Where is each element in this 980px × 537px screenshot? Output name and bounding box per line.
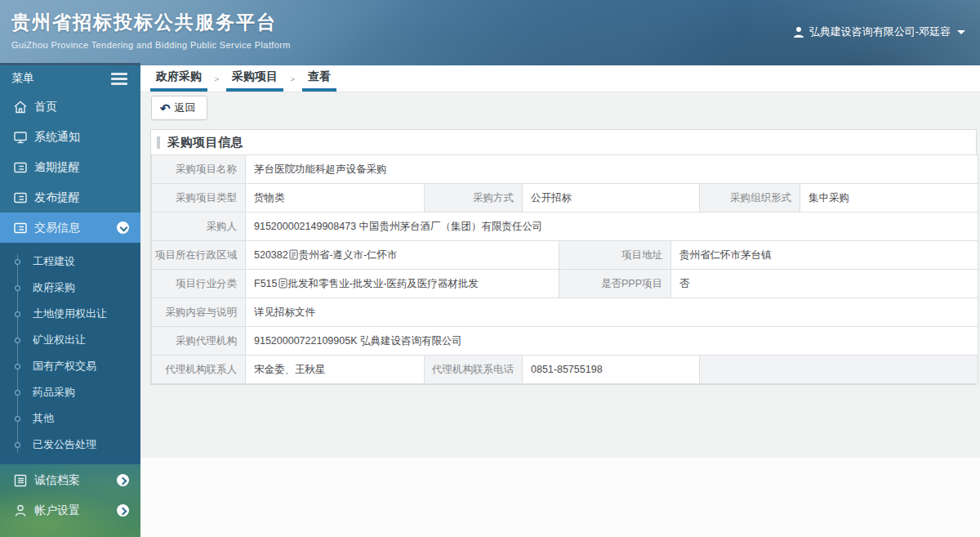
- table-row: 项目行业分类 F515批发和零售业-批发业-医药及医疗器材批发 是否PPP项目 …: [152, 270, 978, 298]
- sidebar-item-publish-reminder[interactable]: 发布提醒: [0, 182, 140, 213]
- agency-contact-value: 宋金委、王秋星: [246, 356, 425, 384]
- submenu-item-state-property[interactable]: 国有产权交易: [0, 353, 140, 379]
- submenu-item-mining-rights[interactable]: 矿业权出让: [0, 327, 140, 353]
- region-code: 520382: [254, 249, 288, 261]
- breadcrumb: 政府采购 ＞ 采购项目 ＞ 查看: [140, 65, 980, 92]
- sidebar-item-label: 首页: [34, 100, 129, 114]
- table-row: 代理机构联系人 宋金委、王秋星 代理机构联系电话 0851-85755198: [152, 356, 978, 384]
- document-small-icon: [278, 278, 287, 289]
- app-screen: 贵州省招标投标公共服务平台 GuiZhou Province Tendering…: [0, 0, 980, 537]
- table-row: 采购代理机构 91520000722109905K 弘典建设咨询有限公司: [152, 327, 978, 356]
- ppp-value: 否: [671, 270, 978, 298]
- monitor-icon: [13, 130, 28, 145]
- back-icon: ↶: [160, 103, 171, 114]
- org-form-value: 集中采购: [800, 184, 978, 213]
- project-info-table: 采购项目名称 茅台医院功能科超声设备采购 采购项目类型 货物类 采购方式 公开招…: [151, 154, 978, 384]
- sidebar-item-overdue-reminder[interactable]: 逾期提醒: [0, 152, 140, 182]
- platform-subtitle: GuiZhou Province Tendering and Bidding P…: [11, 40, 291, 50]
- field-label: 是否PPP项目: [559, 270, 671, 298]
- submenu-item-other[interactable]: 其他: [0, 405, 140, 432]
- table-row: 项目所在行政区域 520382贵州省-遵义市-仁怀市 项目地址 贵州省仁怀市茅台…: [152, 241, 978, 270]
- document-lines-icon: [13, 190, 28, 205]
- field-label: 项目所在行政区域: [152, 241, 246, 270]
- transaction-submenu: 工程建设 政府采购 土地使用权出让 矿业权出让 国有产权交易 药品采购 其他 已…: [0, 243, 140, 464]
- home-icon: [13, 100, 28, 114]
- sidebar-item-label: 发布提醒: [34, 190, 129, 205]
- person-icon: [13, 503, 28, 518]
- user-menu[interactable]: 弘典建设咨询有限公司-邓廷容: [793, 25, 965, 39]
- breadcrumb-separator: ＞: [283, 65, 302, 92]
- sidebar-item-label: 系统通知: [34, 130, 129, 145]
- toolbar: ↶ 返回: [140, 92, 980, 123]
- field-label: 采购组织形式: [700, 184, 800, 213]
- table-row: 采购人 915200002149908473 中国贵州茅台酒厂（集团）有限责任公…: [152, 213, 978, 241]
- breadcrumb-separator: ＞: [207, 65, 226, 92]
- address-value: 贵州省仁怀市茅台镇: [671, 241, 978, 270]
- sidebar-item-label: 逾期提醒: [34, 160, 129, 175]
- field-label: 采购代理机构: [152, 327, 246, 356]
- project-name-value: 茅台医院功能科超声设备采购: [246, 155, 978, 184]
- platform-title: 贵州省招标投标公共服务平台: [11, 10, 291, 35]
- industry-value: F515批发和零售业-批发业-医药及医疗器材批发: [246, 270, 559, 298]
- chevron-right-circle-icon: [117, 474, 129, 486]
- project-info-card: 采购项目信息 采购项目名称 茅台医院功能科超声设备采购 采购项目类型 货物类 采…: [150, 129, 977, 385]
- section-bar-icon: [157, 136, 160, 149]
- field-label: 采购内容与说明: [152, 298, 246, 327]
- sidebar-header: 菜单: [0, 65, 140, 92]
- platform-brand: 贵州省招标投标公共服务平台 GuiZhou Province Tendering…: [11, 10, 291, 50]
- field-label: 采购方式: [425, 184, 523, 213]
- sidebar-item-system-notice[interactable]: 系统通知: [0, 122, 140, 152]
- region-value: 520382贵州省-遵义市-仁怀市: [246, 241, 559, 270]
- industry-code: F515: [254, 278, 278, 289]
- table-row: 采购项目名称 茅台医院功能科超声设备采购: [152, 155, 978, 184]
- field-label: 代理机构联系人: [152, 356, 246, 384]
- document-small-icon: [289, 249, 298, 260]
- purchaser-value: 915200002149908473 中国贵州茅台酒厂（集团）有限责任公司: [246, 213, 978, 241]
- content-desc-value: 详见招标文件: [246, 298, 978, 327]
- sidebar-item-account-settings[interactable]: 帐户设置: [0, 495, 140, 526]
- list-icon: [13, 473, 28, 488]
- submenu-item-published-notices[interactable]: 已发公告处理: [0, 432, 140, 458]
- agency-value: 91520000722109905K 弘典建设咨询有限公司: [246, 327, 978, 356]
- field-label: 采购项目类型: [152, 184, 246, 213]
- chevron-down-circle-icon: [117, 222, 129, 234]
- breadcrumb-item-gov-procurement[interactable]: 政府采购: [150, 65, 207, 92]
- section-title: 采购项目信息: [167, 135, 243, 150]
- empty-cell: [700, 356, 978, 384]
- sidebar-item-label: 帐户设置: [34, 503, 117, 518]
- breadcrumb-item-procurement-project[interactable]: 采购项目: [226, 65, 283, 92]
- hamburger-icon[interactable]: [111, 70, 127, 87]
- page-background: [140, 458, 980, 537]
- region-text: 贵州省-遵义市-仁怀市: [299, 249, 398, 261]
- field-label: 采购项目名称: [152, 155, 246, 184]
- sidebar-item-home[interactable]: 首页: [0, 92, 140, 122]
- industry-text: 批发和零售业-批发业-医药及医疗器材批发: [288, 278, 479, 289]
- sidebar: 菜单 首页 系统通知 逾期提醒 发布提醒 交易信息 工程建设 政府采购 土地使用…: [0, 65, 140, 537]
- project-type-value: 货物类: [246, 184, 425, 213]
- back-button[interactable]: ↶ 返回: [151, 96, 207, 120]
- section-header: 采购项目信息: [151, 130, 976, 154]
- menu-label: 菜单: [11, 71, 34, 86]
- field-label: 采购人: [152, 213, 246, 241]
- submenu-item-gov-procurement[interactable]: 政府采购: [0, 275, 140, 301]
- chevron-right-circle-icon: [117, 504, 129, 517]
- user-icon: [793, 26, 804, 38]
- submenu-item-drug-procurement[interactable]: 药品采购: [0, 379, 140, 405]
- document-lines-icon: [13, 160, 28, 175]
- submenu-item-land-use[interactable]: 土地使用权出让: [0, 301, 140, 327]
- content-area: 采购项目信息 采购项目名称 茅台医院功能科超声设备采购 采购项目类型 货物类 采…: [140, 123, 980, 458]
- submenu-item-engineering[interactable]: 工程建设: [0, 248, 140, 275]
- table-row: 采购项目类型 货物类 采购方式 公开招标 采购组织形式 集中采购: [152, 184, 978, 213]
- field-label: 代理机构联系电话: [425, 356, 523, 384]
- sidebar-item-integrity-files[interactable]: 诚信档案: [0, 465, 140, 495]
- sidebar-item-label: 诚信档案: [34, 473, 117, 488]
- purchase-method-value: 公开招标: [523, 184, 700, 213]
- agency-phone-value: 0851-85755198: [523, 356, 700, 384]
- sidebar-item-transaction-info[interactable]: 交易信息: [0, 213, 140, 243]
- field-label: 项目地址: [559, 241, 671, 270]
- back-button-label: 返回: [175, 101, 196, 115]
- breadcrumb-item-view[interactable]: 查看: [302, 65, 336, 92]
- user-name: 弘典建设咨询有限公司-邓廷容: [809, 25, 951, 39]
- top-header: 贵州省招标投标公共服务平台 GuiZhou Province Tendering…: [0, 0, 980, 65]
- table-row: 采购内容与说明 详见招标文件: [152, 298, 978, 327]
